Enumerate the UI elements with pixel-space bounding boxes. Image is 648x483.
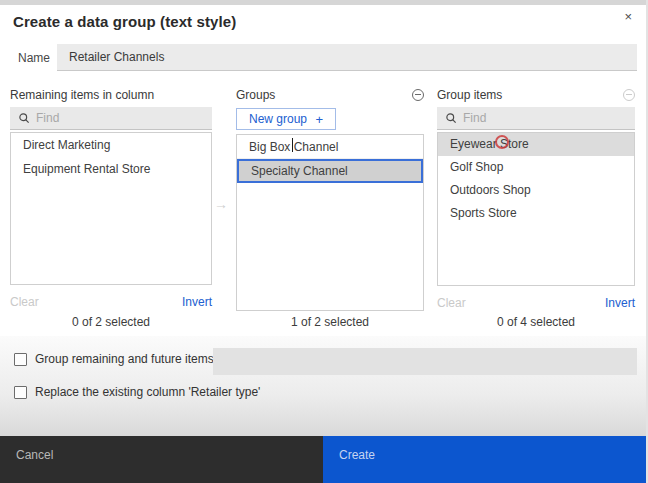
remove-item-icon[interactable]: [623, 89, 635, 101]
list-item[interactable]: Sports Store: [438, 202, 634, 225]
cancel-button[interactable]: Cancel: [0, 436, 323, 483]
search-icon: [18, 112, 30, 124]
group-remaining-label: Group remaining and future items in: [35, 352, 226, 366]
groups-header: Groups: [236, 88, 275, 102]
remaining-search-input[interactable]: [36, 111, 204, 125]
close-icon[interactable]: ×: [624, 9, 632, 25]
groups-count: 1 of 2 selected: [236, 315, 424, 329]
groups-panel: Groups New group + Big Box Channel Speci…: [236, 88, 424, 311]
options-section: Group remaining and future items in Repl…: [0, 336, 646, 436]
search-icon: [445, 112, 457, 124]
group-remaining-checkbox[interactable]: [14, 353, 27, 366]
list-item-selected[interactable]: Specialty Channel: [237, 159, 423, 183]
group-items-header: Group items: [437, 88, 502, 102]
create-data-group-dialog: Create a data group (text style) × Name …: [0, 0, 648, 483]
remove-group-icon[interactable]: [412, 89, 424, 101]
plus-icon: +: [315, 112, 323, 127]
group-items-panel: Group items Eyewear Store Golf Shop Outd…: [437, 88, 635, 310]
groups-list: Big Box Channel Specialty Channel: [236, 134, 424, 311]
list-item[interactable]: Direct Marketing: [11, 133, 211, 157]
new-group-button[interactable]: New group +: [236, 108, 336, 130]
remaining-items-panel: Remaining items in column Direct Marketi…: [10, 88, 212, 309]
group-remaining-name-field[interactable]: [213, 348, 637, 375]
new-group-label: New group: [249, 112, 307, 126]
list-item[interactable]: Equipment Rental Store: [11, 157, 211, 181]
list-item-highlighted[interactable]: Eyewear Store: [438, 133, 634, 156]
list-item[interactable]: Golf Shop: [438, 156, 634, 179]
text-caret: [292, 138, 293, 152]
remaining-count: 0 of 2 selected: [10, 315, 212, 329]
remaining-search[interactable]: [10, 107, 212, 130]
window-top-strip: [0, 0, 646, 5]
clear-link[interactable]: Clear: [10, 295, 39, 309]
dialog-footer: Cancel Create: [0, 436, 646, 483]
name-input[interactable]: [57, 44, 637, 71]
replace-column-checkbox[interactable]: [14, 386, 27, 399]
invert-link[interactable]: Invert: [605, 296, 635, 310]
group-items-search-input[interactable]: [463, 111, 627, 125]
list-item[interactable]: Big Box Channel: [237, 135, 423, 159]
invert-link[interactable]: Invert: [182, 295, 212, 309]
group-items-list: Eyewear Store Golf Shop Outdoors Shop Sp…: [437, 132, 635, 286]
remaining-items-list: Direct Marketing Equipment Rental Store: [10, 132, 212, 285]
dialog-title: Create a data group (text style): [13, 13, 236, 30]
move-right-arrow-icon[interactable]: →: [214, 196, 228, 212]
create-button[interactable]: Create: [323, 436, 646, 483]
replace-column-label: Replace the existing column 'Retailer ty…: [35, 385, 260, 399]
name-label: Name: [18, 51, 50, 65]
group-items-count: 0 of 4 selected: [437, 315, 635, 329]
group-items-search[interactable]: [437, 107, 635, 130]
clear-link[interactable]: Clear: [437, 296, 466, 310]
remaining-items-header: Remaining items in column: [10, 88, 154, 102]
list-item[interactable]: Outdoors Shop: [438, 179, 634, 202]
